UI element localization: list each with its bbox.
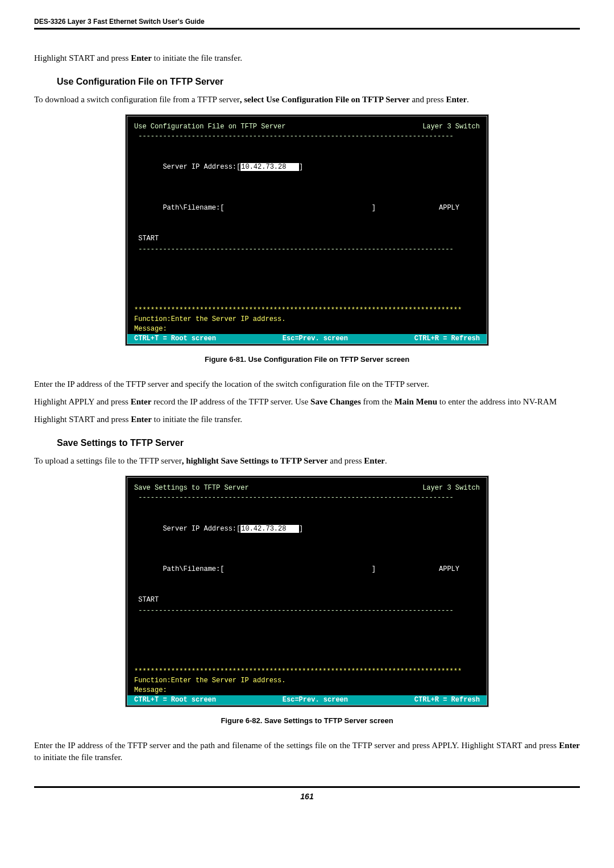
blank-row <box>134 544 480 554</box>
text: . <box>385 456 387 465</box>
blank-row <box>134 143 480 152</box>
bold-comma: , select <box>240 95 266 104</box>
terminal-title: Save Settings to TFTP Server <box>134 483 249 493</box>
bracket-close: ] <box>299 525 303 533</box>
paragraph-download-config: To download a switch configuration file … <box>34 94 580 106</box>
terminal-function-line: Function:Enter the Server IP address. <box>134 676 480 686</box>
text: and press <box>328 456 364 465</box>
terminal-layer-label: Layer 3 Switch <box>422 122 480 132</box>
terminal-layer-label: Layer 3 Switch <box>422 483 480 493</box>
paragraph-enter-ip: Enter the IP address of the TFTP server … <box>34 378 580 390</box>
bold-enter: Enter <box>131 397 152 406</box>
paragraph-start-enter-1: Highlight START and press Enter to initi… <box>34 52 580 64</box>
figure-caption-2: Figure 6-82. Save Settings to TFTP Serve… <box>34 716 580 726</box>
text: record the IP address of the TFTP server… <box>151 397 310 406</box>
paragraph-upload-settings: To upload a settings file to the TFTP se… <box>34 455 580 467</box>
bold-enter: Enter <box>131 415 152 424</box>
start-button[interactable]: START <box>134 234 480 244</box>
blank-area <box>134 616 480 667</box>
apply-button[interactable]: APPLY <box>439 203 480 213</box>
server-ip-input[interactable]: 10.42.73.28 <box>240 163 299 171</box>
start-button[interactable]: START <box>134 595 480 605</box>
subhead-save-settings: Save Settings to TFTP Server <box>57 437 580 449</box>
text: To upload a settings file to the TFTP se… <box>34 456 182 465</box>
paragraph-apply-save: Highlight APPLY and press Enter record t… <box>34 396 580 408</box>
terminal-message-line: Message: <box>134 324 480 334</box>
server-ip-label: Server IP Address:[ <box>159 525 240 533</box>
apply-button[interactable]: APPLY <box>439 565 480 574</box>
text: to enter the address into NV-RAM <box>437 397 557 406</box>
footer-prev-screen: Esc=Prev. screen <box>283 334 348 344</box>
terminal-function-line: Function:Enter the Server IP address. <box>134 315 480 324</box>
bold-enter: Enter <box>364 456 385 465</box>
bold-main-menu: Main Menu <box>395 397 437 406</box>
terminal-use-config: Use Configuration File on TFTP Server La… <box>125 114 489 346</box>
subhead-use-config: Use Configuration File on TFTP Server <box>57 76 580 88</box>
blank-row <box>134 223 480 233</box>
bracket-close: ] <box>299 163 303 171</box>
text: Highlight START and press <box>34 53 131 62</box>
text: and press <box>410 95 446 104</box>
text: to initiate the file transfer. <box>152 415 242 424</box>
terminal-save-settings: Save Settings to TFTP Server Layer 3 Swi… <box>125 475 489 707</box>
server-ip-label: Server IP Address:[ <box>159 163 240 171</box>
terminal-message-line: Message: <box>134 686 480 695</box>
bold-save-changes: Save Changes <box>310 397 361 406</box>
page-number: 161 <box>34 786 580 803</box>
text: to initiate the file transfer. <box>152 53 242 62</box>
terminal-title: Use Configuration File on TFTP Server <box>134 122 285 132</box>
bold-option: Save Settings to TFTP Server <box>221 456 328 465</box>
terminal-footer: CTRL+T = Root screen Esc=Prev. screen CT… <box>127 334 487 344</box>
blank-area <box>134 254 480 306</box>
text: from the <box>361 397 395 406</box>
terminal-divider: ----------------------------------------… <box>134 245 480 254</box>
text: to initiate the file transfer. <box>34 753 122 762</box>
text: To download a switch configuration file … <box>34 95 240 104</box>
text: Highlight APPLY and press <box>34 397 131 406</box>
blank-row <box>134 504 480 514</box>
paragraph-start-enter-2: Highlight START and press Enter to initi… <box>34 414 580 425</box>
blank-row <box>134 183 480 193</box>
footer-root-screen: CTRL+T = Root screen <box>134 695 216 705</box>
blank-row <box>134 585 480 594</box>
bold-option: Use Configuration File on TFTP Server <box>266 95 410 104</box>
terminal-divider: ----------------------------------------… <box>134 132 480 141</box>
terminal-divider: ----------------------------------------… <box>134 606 480 616</box>
footer-root-screen: CTRL+T = Root screen <box>134 334 216 344</box>
text: Enter the IP address of the TFTP server … <box>34 741 559 750</box>
bold-enter: Enter <box>559 741 580 750</box>
paragraph-enter-ip-path: Enter the IP address of the TFTP server … <box>34 740 580 763</box>
footer-refresh: CTRL+R = Refresh <box>414 334 480 344</box>
doc-header: DES-3326 Layer 3 Fast Ethernet Switch Us… <box>34 17 580 30</box>
terminal-footer: CTRL+T = Root screen Esc=Prev. screen CT… <box>127 695 487 705</box>
terminal-divider: ----------------------------------------… <box>134 493 480 503</box>
bold-enter: Enter <box>446 95 467 104</box>
path-filename-input[interactable]: Path\Filename:[ ] <box>159 204 376 212</box>
bold-comma: , highlight <box>182 456 221 465</box>
terminal-stars: ****************************************… <box>134 667 480 677</box>
footer-prev-screen: Esc=Prev. screen <box>283 695 348 705</box>
bold-enter: Enter <box>131 53 152 62</box>
terminal-stars: ****************************************… <box>134 306 480 315</box>
server-ip-input[interactable]: 10.42.73.28 <box>240 525 299 533</box>
figure-caption-1: Figure 6-81. Use Configuration File on T… <box>34 354 580 365</box>
footer-refresh: CTRL+R = Refresh <box>414 695 480 705</box>
text: Highlight START and press <box>34 415 131 424</box>
path-filename-input[interactable]: Path\Filename:[ ] <box>159 565 376 573</box>
text: . <box>467 95 469 104</box>
